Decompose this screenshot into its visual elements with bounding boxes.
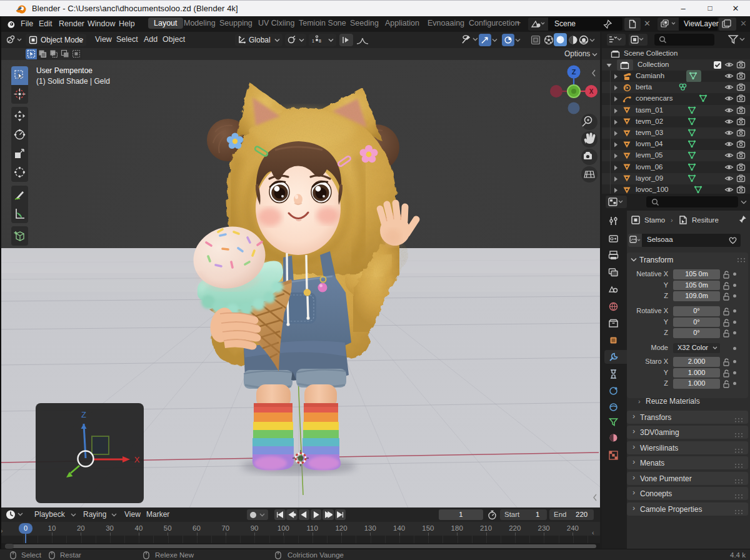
svg-text:1: 1 bbox=[312, 39, 314, 43]
svg-text:X: X bbox=[134, 455, 140, 464]
svg-text:X: X bbox=[589, 88, 594, 95]
svg-text:User Pempentoe: User Pempentoe bbox=[36, 66, 92, 75]
svg-text:8: 8 bbox=[319, 39, 321, 43]
svg-text:Z: Z bbox=[81, 410, 86, 419]
svg-text:(1) Solid Shade | Geld: (1) Solid Shade | Geld bbox=[36, 77, 110, 86]
svg-text:Z: Z bbox=[572, 68, 576, 76]
